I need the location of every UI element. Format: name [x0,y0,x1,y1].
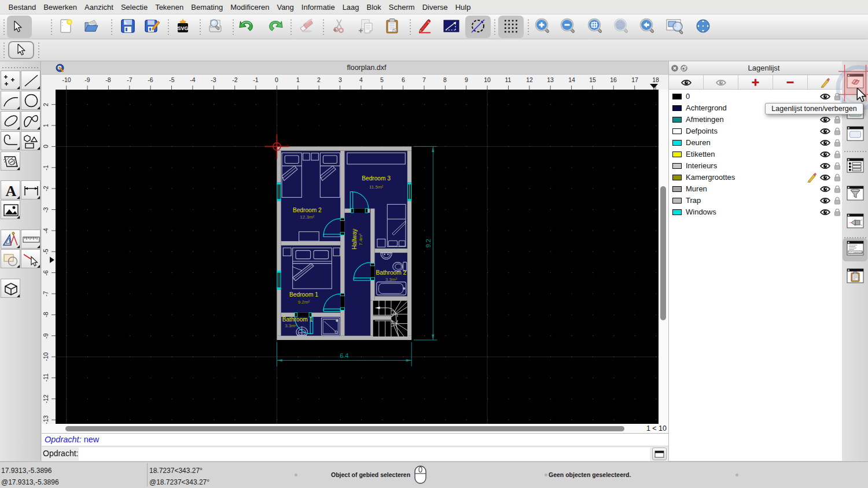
svg-text:Bathroom 2: Bathroom 2 [376,269,407,276]
svg-text:A: A [6,183,17,199]
svg-text:11.5m²: 11.5m² [369,184,384,190]
svg-text:Bathroom 1: Bathroom 1 [282,316,313,323]
svg-text:3.3m²: 3.3m² [285,323,297,328]
svg-text:3.3m²: 3.3m² [385,277,398,282]
svg-text:Bedroom 2: Bedroom 2 [293,207,322,213]
svg-text:9.2m²: 9.2m² [298,300,310,305]
svg-text:SVG: SVG [177,25,188,31]
svg-text:Hallway: Hallway [351,228,358,250]
svg-text:7.4m²: 7.4m² [358,234,363,246]
svg-text:12.3m²: 12.3m² [300,215,314,220]
svg-text:9.2: 9.2 [425,239,432,247]
svg-text:Bedroom 3: Bedroom 3 [362,175,391,182]
svg-text:6.4: 6.4 [340,352,348,359]
svg-text:c:\ command: c:\ command [849,251,863,254]
svg-text:Bedroom 1: Bedroom 1 [289,291,318,298]
